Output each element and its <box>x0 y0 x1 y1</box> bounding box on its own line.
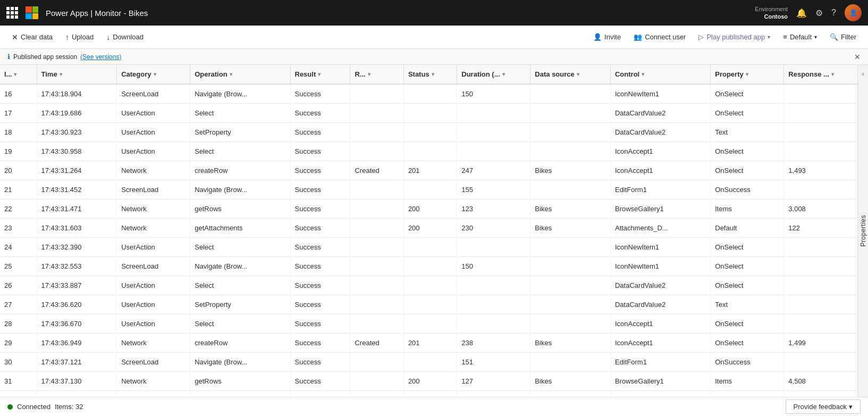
col-header-r[interactable]: R... ▾ <box>350 65 403 84</box>
cell-duration: 204 <box>457 390 530 397</box>
avatar[interactable]: 👤 <box>845 4 862 21</box>
col-header-response[interactable]: Response ... ▾ <box>784 65 857 84</box>
cell-response <box>784 295 857 314</box>
cell-operation: Select <box>190 276 290 295</box>
info-bar-close-button[interactable]: ✕ <box>854 53 861 61</box>
table-row[interactable]: 3217:43:37.180NetworkgetAttachmentsSucce… <box>0 390 857 397</box>
cell-r <box>350 142 403 161</box>
provide-feedback-button[interactable]: Provide feedback ▾ <box>786 400 861 414</box>
table-row[interactable]: 2517:43:32.553ScreenLoadNavigate (Brow..… <box>0 256 857 276</box>
cell-datasource <box>530 142 611 161</box>
cell-time: 17:43:31.452 <box>37 180 117 199</box>
cell-r <box>350 314 403 333</box>
table-row[interactable]: 2417:43:32.390UserActionSelectSuccessIco… <box>0 237 857 256</box>
connect-user-button[interactable]: 👥 Connect user <box>628 30 691 44</box>
cell-r <box>350 180 403 199</box>
col-header-status[interactable]: Status ▾ <box>403 65 457 84</box>
col-header-id[interactable]: I... ▾ <box>0 65 37 84</box>
cell-result: Success <box>290 161 350 180</box>
topbar: Power Apps | Monitor - Bikes Environment… <box>0 0 868 26</box>
cell-control: Attachments_D... <box>610 218 710 237</box>
feedback-chevron-icon: ▾ <box>849 403 853 411</box>
col-header-datasource[interactable]: Data source ▾ <box>530 65 611 84</box>
play-published-app-button[interactable]: ▷ Play published app ▾ <box>693 30 776 44</box>
info-icon: ℹ <box>7 53 10 61</box>
cell-operation: getAttachments <box>190 390 290 397</box>
table-header-row: I... ▾ Time ▾ Category ▾ <box>0 65 857 84</box>
col-header-duration[interactable]: Duration (... ▾ <box>457 65 530 84</box>
cell-property: OnSelect <box>711 276 784 295</box>
cell-time: 17:43:33.887 <box>37 276 117 295</box>
cell-status <box>403 295 457 314</box>
upload-icon: ↑ <box>65 33 69 41</box>
table-row[interactable]: 1717:43:19.686UserActionSelectSuccessDat… <box>0 103 857 122</box>
table-row[interactable]: 3017:43:37.121ScreenLoadNavigate (Brow..… <box>0 352 857 371</box>
cell-property: OnSelect <box>711 84 784 103</box>
col-header-result[interactable]: Result ▾ <box>290 65 350 84</box>
table-row[interactable]: 2317:43:31.603NetworkgetAttachmentsSucce… <box>0 218 857 237</box>
toolbar-right: 👤 Invite 👥 Connect user ▷ Play published… <box>588 30 862 44</box>
table-row[interactable]: 2717:43:36.620UserActionSetPropertySucce… <box>0 295 857 314</box>
cell-response <box>784 122 857 142</box>
cell-id: 29 <box>0 333 37 352</box>
cell-status <box>403 314 457 333</box>
table-row[interactable]: 1617:43:18.904ScreenLoadNavigate (Brow..… <box>0 84 857 103</box>
cell-result: Success <box>290 371 350 390</box>
table-row[interactable]: 2217:43:31.471NetworkgetRowsSuccess20012… <box>0 199 857 218</box>
cell-control: DataCardValue2 <box>610 276 710 295</box>
table-container[interactable]: I... ▾ Time ▾ Category ▾ <box>0 65 857 397</box>
cell-r <box>350 103 403 122</box>
waffle-menu[interactable] <box>6 7 18 19</box>
cell-response: 122 <box>784 218 857 237</box>
cell-property: OnSelect <box>711 314 784 333</box>
cell-control: DataCardValue2 <box>610 103 710 122</box>
cell-response <box>784 84 857 103</box>
cell-operation: Select <box>190 142 290 161</box>
col-header-property[interactable]: Property ▾ <box>711 65 784 84</box>
download-button[interactable]: ↓ Download <box>101 30 149 44</box>
cell-response <box>784 352 857 371</box>
cell-time: 17:43:30.958 <box>37 142 117 161</box>
cell-control: IconAccept1 <box>610 314 710 333</box>
cell-category: Network <box>117 371 190 390</box>
table-row[interactable]: 2817:43:36.670UserActionSelectSuccessIco… <box>0 314 857 333</box>
clear-data-button[interactable]: ✕ Clear data <box>6 30 58 44</box>
properties-panel[interactable]: ‹ Properties <box>857 65 868 397</box>
cell-time: 17:43:31.603 <box>37 218 117 237</box>
sort-icon-response: ▾ <box>831 71 834 77</box>
filter-icon: 🔍 <box>830 33 838 41</box>
col-header-operation[interactable]: Operation ▾ <box>190 65 290 84</box>
col-header-control[interactable]: Control ▾ <box>610 65 710 84</box>
cell-status: 200 <box>403 199 457 218</box>
table-row[interactable]: 2117:43:31.452ScreenLoadNavigate (Brow..… <box>0 180 857 199</box>
default-button[interactable]: ≡ Default ▾ <box>778 30 822 44</box>
help-icon[interactable]: ? <box>831 8 836 18</box>
cell-response: 122 <box>784 390 857 397</box>
upload-button[interactable]: ↑ Upload <box>60 30 99 44</box>
filter-button[interactable]: 🔍 Filter <box>824 30 862 44</box>
cell-status: 200 <box>403 218 457 237</box>
cell-category: ScreenLoad <box>117 256 190 276</box>
col-header-category[interactable]: Category ▾ <box>117 65 190 84</box>
cell-datasource <box>530 352 611 371</box>
connect-icon: 👥 <box>634 33 642 41</box>
table-row[interactable]: 1817:43:30.923UserActionSetPropertySucce… <box>0 122 857 142</box>
cell-id: 31 <box>0 371 37 390</box>
notifications-icon[interactable]: 🔔 <box>796 8 807 18</box>
cell-property: OnSelect <box>711 142 784 161</box>
table-row[interactable]: 2017:43:31.264NetworkcreateRowSuccessCre… <box>0 161 857 180</box>
settings-icon[interactable]: ⚙ <box>815 8 823 18</box>
see-versions-link[interactable]: (See versions) <box>80 53 121 61</box>
cell-category: ScreenLoad <box>117 180 190 199</box>
invite-button[interactable]: 👤 Invite <box>588 30 626 44</box>
table-row[interactable]: 3117:43:37.130NetworkgetRowsSuccess20012… <box>0 371 857 390</box>
cell-r <box>350 371 403 390</box>
sort-icon-operation: ▾ <box>230 71 232 77</box>
cell-result: Success <box>290 122 350 142</box>
cell-datasource: Bikes <box>530 218 611 237</box>
cell-response <box>784 103 857 122</box>
table-row[interactable]: 2917:43:36.949NetworkcreateRowSuccessCre… <box>0 333 857 352</box>
table-row[interactable]: 2617:43:33.887UserActionSelectSuccessDat… <box>0 276 857 295</box>
col-header-time[interactable]: Time ▾ <box>37 65 117 84</box>
table-row[interactable]: 1917:43:30.958UserActionSelectSuccessIco… <box>0 142 857 161</box>
